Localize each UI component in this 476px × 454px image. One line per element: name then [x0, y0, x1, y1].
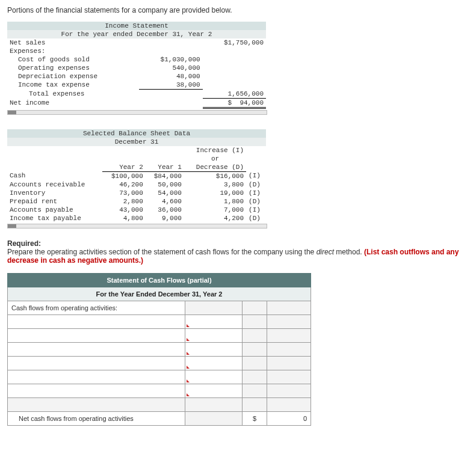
- bs-row-id: (I): [246, 189, 266, 197]
- required-heading: Required:: [7, 239, 41, 248]
- bs-row-y1: 54,000: [146, 189, 184, 197]
- bs-row-id: (I): [246, 171, 266, 180]
- answer-amount-input-2[interactable]: [185, 328, 243, 342]
- bs-row-y2: 4,800: [102, 214, 146, 222]
- answer-tot-shade-0: [267, 301, 311, 314]
- answer-subtitle: For the Year Ended December 31, Year 2: [8, 287, 311, 301]
- answer-footer-label: Net cash flows from operating activities: [8, 411, 185, 425]
- bs-scrollbar[interactable]: [7, 224, 267, 229]
- tax-label: Income tax expense: [7, 81, 139, 90]
- is-scrollbar[interactable]: [7, 110, 267, 115]
- required-text2: method.: [334, 248, 364, 256]
- bs-col-y1: Year 1: [146, 163, 184, 172]
- scrollbar-thumb[interactable]: [8, 111, 16, 114]
- scrollbar-thumb[interactable]: [8, 224, 16, 228]
- dropdown-triangle-icon: [187, 352, 190, 355]
- bs-row-y2: 43,000: [102, 206, 146, 214]
- bs-row-label: Accounts receivable: [7, 180, 102, 189]
- dropdown-triangle-icon: [187, 338, 190, 341]
- bs-subtitle: December 31: [7, 138, 266, 146]
- bs-row-label: Accounts payable: [7, 206, 102, 214]
- answer-label-input-4[interactable]: [8, 356, 185, 370]
- bs-title: Selected Balance Sheet Data: [7, 129, 266, 138]
- net-sales-amount: $1,750,000: [203, 38, 266, 47]
- bs-row-chg: 4,200: [184, 214, 246, 222]
- bs-row-chg: $16,000: [184, 171, 246, 180]
- answer-label-input-6[interactable]: [8, 384, 185, 397]
- bs-row-id: (D): [246, 197, 266, 206]
- bs-row-y1: 36,000: [146, 206, 184, 214]
- bs-row-chg: 19,000: [184, 189, 246, 197]
- bs-col-inc1: Increase (I): [184, 146, 246, 155]
- net-income-amount: $ 94,000: [203, 98, 266, 108]
- bs-row-y2: $100,000: [102, 171, 146, 180]
- balance-sheet-table: Selected Balance Sheet Data December 31 …: [7, 129, 266, 222]
- intro-text: Portions of the financial statements for…: [7, 6, 469, 14]
- answer-title: Statement of Cash Flows (partial): [8, 273, 311, 287]
- bs-row-id: (D): [246, 214, 266, 222]
- bs-row-y2: 46,200: [102, 180, 146, 189]
- tax-amount: 38,000: [139, 81, 202, 90]
- bs-row-chg: 3,800: [184, 180, 246, 189]
- bs-row-label: Cash: [7, 171, 102, 180]
- cogs-label: Cost of goods sold: [7, 55, 139, 64]
- bs-row-label: Prepaid rent: [7, 197, 102, 206]
- net-sales-label: Net sales: [7, 38, 139, 47]
- answer-amount-input-3[interactable]: [185, 342, 243, 356]
- required-text1: Prepare the operating activities section…: [7, 248, 317, 256]
- is-subtitle: For the year ended December 31, Year 2: [7, 30, 266, 38]
- answer-cur-shade-0: [243, 301, 267, 314]
- bs-col-inc2: or: [184, 155, 246, 163]
- answer-currency: $: [243, 411, 267, 425]
- answer-section-label: Cash flows from operating activities:: [8, 301, 185, 314]
- answer-label-input-2[interactable]: [8, 328, 185, 342]
- dropdown-triangle-icon: [187, 324, 190, 327]
- bs-row-y2: 2,800: [102, 197, 146, 206]
- bs-row-label: Income tax payable: [7, 214, 102, 222]
- bs-col-y2: Year 2: [102, 163, 146, 172]
- bs-row-y1: $84,000: [146, 171, 184, 180]
- opex-amount: 540,000: [139, 64, 202, 72]
- total-exp-label: Total expenses: [7, 90, 139, 99]
- bs-row-id: (I): [246, 206, 266, 214]
- opex-label: Operating expenses: [7, 64, 139, 72]
- dropdown-triangle-icon: [187, 379, 190, 382]
- is-title: Income Statement: [7, 22, 266, 30]
- answer-amount-input-6[interactable]: [185, 384, 243, 397]
- net-income-label: Net income: [7, 98, 139, 108]
- answer-amount-input-4[interactable]: [185, 356, 243, 370]
- dep-label: Depreciation expense: [7, 72, 139, 81]
- bs-row-y1: 4,600: [146, 197, 184, 206]
- cogs-amount: $1,030,000: [139, 55, 202, 64]
- required-block: Required: Prepare the operating activiti…: [7, 239, 469, 265]
- answer-label-input-3[interactable]: [8, 342, 185, 356]
- answer-amount-input-5[interactable]: [185, 370, 243, 384]
- answer-label-input-5[interactable]: [8, 370, 185, 384]
- bs-row-id: (D): [246, 180, 266, 189]
- expenses-label: Expenses:: [7, 47, 139, 55]
- bs-row-chg: 7,000: [184, 206, 246, 214]
- total-exp-amount: 1,656,000: [203, 90, 266, 99]
- income-statement-table: Income Statement For the year ended Dece…: [7, 22, 266, 109]
- dep-amount: 48,000: [139, 72, 202, 81]
- dropdown-triangle-icon: [187, 393, 190, 396]
- answer-total: 0: [267, 411, 311, 425]
- dropdown-triangle-icon: [187, 366, 190, 369]
- bs-row-y1: 50,000: [146, 180, 184, 189]
- bs-row-label: Inventory: [7, 189, 102, 197]
- answer-amount-input-1[interactable]: [185, 314, 243, 328]
- bs-row-y2: 73,000: [102, 189, 146, 197]
- answer-table: Statement of Cash Flows (partial) For th…: [7, 273, 311, 426]
- answer-label-input-1[interactable]: [8, 314, 185, 328]
- bs-col-inc3: Decrease (D): [184, 163, 246, 172]
- answer-amt-shade-0: [185, 301, 243, 314]
- bs-row-chg: 1,800: [184, 197, 246, 206]
- required-em: direct: [317, 248, 334, 256]
- bs-row-y1: 9,000: [146, 214, 184, 222]
